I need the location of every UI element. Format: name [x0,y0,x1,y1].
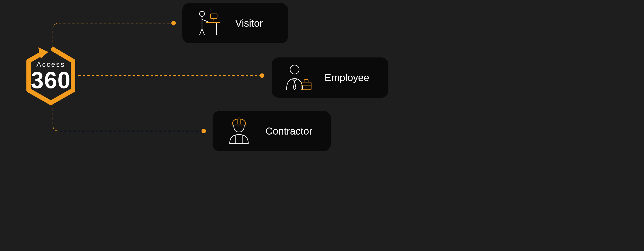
svg-point-4 [199,11,205,16]
visitor-label: Visitor [235,18,263,29]
employee-label: Employee [325,72,369,83]
card-contractor: Contractor [213,111,331,151]
svg-point-0 [171,21,176,25]
brand-sub-label: Access [31,61,71,68]
brand-big-label: 360 [31,69,71,92]
employee-icon [282,62,314,93]
svg-point-6 [290,65,299,74]
brand-logo: Access 360 [23,45,78,106]
card-visitor: Visitor [182,3,288,43]
contractor-label: Contractor [265,126,312,137]
contractor-icon [223,116,255,146]
diagram-stage: Access 360 [0,0,644,251]
card-employee: Employee [272,57,388,98]
svg-point-2 [202,129,206,133]
svg-rect-5 [211,14,217,18]
svg-point-1 [260,73,264,78]
visitor-icon [192,9,225,37]
